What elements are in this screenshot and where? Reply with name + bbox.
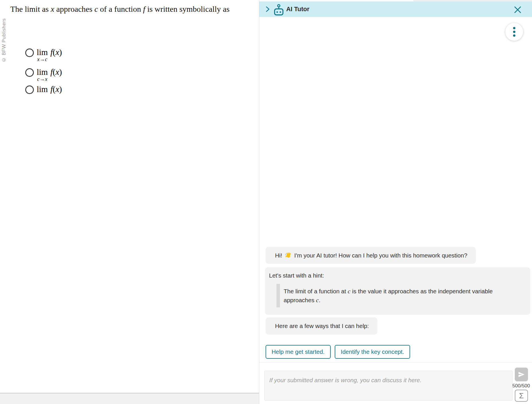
question-footer-bar [0, 393, 259, 404]
chat-message-input[interactable] [264, 371, 512, 401]
help-me-get-started-button[interactable]: Help me get started. [266, 345, 331, 359]
identify-key-concept-button[interactable]: Identify the key concept. [335, 345, 410, 359]
radio-option-2[interactable] [25, 68, 34, 77]
question-title: The limit as x approaches c of a functio… [10, 5, 229, 14]
publisher-copyright: © BFW Publishers [1, 18, 7, 63]
answer-option-2: limc→x f(x) [25, 68, 62, 82]
tutor-ways-message: Here are a few ways that I can help: [266, 317, 377, 335]
ai-tutor-title: AI Tutor [286, 1, 309, 17]
ai-tutor-header: AI Tutor [259, 1, 532, 17]
send-message-button[interactable] [515, 368, 528, 381]
radio-option-1[interactable] [25, 48, 34, 57]
robot-icon [274, 4, 284, 15]
close-icon[interactable] [514, 6, 521, 13]
composer-divider [259, 362, 532, 362]
option-3-formula: lim f(x) [37, 84, 62, 94]
sigma-icon: Σ [519, 392, 524, 399]
tutor-hint-message: Let's start with a hint: The limit of a … [265, 267, 530, 315]
kebab-menu-icon [513, 27, 515, 29]
waving-hand-emoji [285, 252, 292, 259]
math-input-button[interactable]: Σ [515, 390, 528, 402]
radio-option-3[interactable] [25, 85, 34, 94]
option-1-formula: limx→c f(x) [37, 47, 62, 62]
ai-tutor-panel: AI Tutor Hi! [259, 0, 532, 404]
kebab-menu-button[interactable] [505, 23, 523, 41]
character-counter: 500/500 [512, 383, 530, 389]
answer-option-1: limx→c f(x) [25, 48, 62, 62]
option-2-formula: limc→x f(x) [37, 67, 62, 82]
hint-blockquote: The limit of a function at c is the valu… [276, 284, 525, 307]
answer-option-3: lim f(x) [25, 85, 62, 94]
tutor-greeting-message: Hi! I'm your AI tutor! How can I help yo… [266, 247, 476, 264]
chevron-right-icon[interactable] [264, 6, 271, 13]
question-area: The limit as x approaches c of a functio… [0, 0, 259, 404]
hint-intro-text: Let's start with a hint: [269, 272, 525, 279]
paper-plane-icon [518, 371, 525, 378]
